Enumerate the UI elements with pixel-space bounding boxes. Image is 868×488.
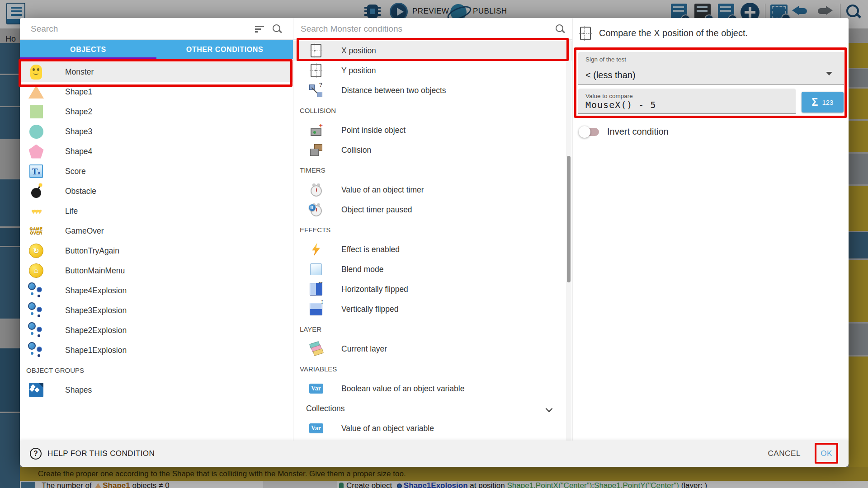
filter-icon[interactable] bbox=[255, 26, 264, 33]
condition-name: Collision bbox=[341, 145, 371, 155]
collision-icon bbox=[307, 140, 325, 160]
condition-section-header: COLLISION bbox=[293, 100, 572, 120]
object-name: Shape4Explosion bbox=[65, 286, 127, 296]
object-list-item[interactable]: Shape4Explosion bbox=[20, 281, 293, 300]
object-search-input[interactable] bbox=[31, 21, 230, 37]
condition-list-item[interactable]: ?Distance between two objects bbox=[293, 80, 572, 100]
object-group-icon bbox=[26, 380, 46, 400]
object-name: Life bbox=[65, 206, 78, 216]
invert-condition-toggle[interactable] bbox=[580, 128, 599, 136]
screen: PREVIEW PUBLISH + + + − Ho bbox=[0, 0, 868, 488]
chevron-down-icon bbox=[826, 72, 832, 75]
bomb-icon bbox=[26, 181, 46, 201]
condition-name: X position bbox=[341, 46, 376, 56]
object-list-item[interactable]: Shape3Explosion bbox=[20, 300, 293, 320]
y-position-icon bbox=[307, 61, 325, 80]
search-icon[interactable] bbox=[555, 24, 565, 34]
object-list-item[interactable]: Shape2Explosion bbox=[20, 320, 293, 340]
condition-section-header: LAYER bbox=[293, 319, 572, 339]
object-group-item[interactable]: Shapes bbox=[20, 380, 293, 400]
object-list-item[interactable]: Monster bbox=[20, 62, 293, 82]
condition-list-item[interactable]: VarValue of an object variable bbox=[293, 418, 572, 438]
ok-button[interactable]: OK bbox=[821, 441, 832, 467]
cancel-button[interactable]: CANCEL bbox=[768, 441, 801, 467]
condition-list-item[interactable]: ↕Vertically flipped bbox=[293, 299, 572, 319]
expression-editor-button[interactable]: Σ 123 bbox=[802, 92, 844, 113]
triangle-icon bbox=[26, 82, 46, 102]
tab-objects[interactable]: OBJECTS bbox=[20, 40, 156, 59]
pentagon-icon bbox=[26, 141, 46, 161]
condition-name: Value of an object variable bbox=[341, 424, 434, 433]
gameover-text-icon: GAMEOVER bbox=[26, 221, 46, 241]
text-object-icon: Tx bbox=[26, 161, 46, 181]
condition-list-item[interactable]: Blend mode bbox=[293, 259, 572, 279]
condition-list-item[interactable]: Collision bbox=[293, 140, 572, 160]
condition-list-item[interactable]: Current layer bbox=[293, 339, 572, 359]
circle-icon bbox=[26, 122, 46, 141]
condition-list-item[interactable]: Effect is enabled bbox=[293, 239, 572, 259]
condition-name: Current layer bbox=[341, 344, 387, 354]
condition-name: Value of an object timer bbox=[341, 185, 424, 195]
collections-expander[interactable]: Collections bbox=[293, 399, 572, 418]
particles-icon bbox=[26, 300, 46, 320]
object-name: Shape3 bbox=[65, 127, 92, 136]
invert-condition-label: Invert condition bbox=[607, 127, 669, 137]
condition-list-item[interactable]: Object timer paused bbox=[293, 200, 572, 220]
object-name: ButtonMainMenu bbox=[65, 266, 125, 276]
object-name: Shape1 bbox=[65, 87, 92, 97]
condition-name: Point inside object bbox=[341, 126, 406, 135]
object-list-item[interactable]: Shape1Explosion bbox=[20, 340, 293, 360]
condition-name: Vertically flipped bbox=[341, 305, 398, 314]
condition-name: Horizontally flipped bbox=[341, 285, 408, 294]
chooser-tabs: OBJECTS OTHER CONDITIONS bbox=[20, 40, 293, 59]
condition-list-item[interactable]: VarBoolean value of an object variable bbox=[293, 379, 572, 399]
tab-other-conditions[interactable]: OTHER CONDITIONS bbox=[156, 40, 293, 59]
condition-name: Effect is enabled bbox=[341, 245, 400, 254]
condition-list-item[interactable]: Y position bbox=[293, 61, 572, 80]
value-to-compare-field[interactable]: Value to compare MouseX() - 5 bbox=[578, 89, 796, 114]
condition-list-item[interactable]: Value of an object timer bbox=[293, 180, 572, 200]
condition-section-header: EFFECTS bbox=[293, 220, 572, 239]
object-list: MonsterShape1Shape2Shape3Shape4TxScoreOb… bbox=[20, 59, 293, 441]
retry-button-icon: ↻ bbox=[26, 241, 46, 261]
h-flip-icon: ↔ bbox=[307, 279, 325, 299]
search-icon[interactable] bbox=[272, 24, 282, 34]
condition-list-item[interactable]: X position bbox=[293, 41, 572, 61]
sign-of-test-select[interactable]: Sign of the test < (less than) bbox=[578, 52, 844, 85]
object-list-item[interactable]: ↻ButtonTryAgain bbox=[20, 241, 293, 261]
object-list-item[interactable]: TxScore bbox=[20, 161, 293, 181]
blend-mode-icon bbox=[307, 259, 325, 279]
dialog-footer: ? HELP FOR THIS CONDITION CANCEL OK bbox=[20, 441, 849, 467]
object-name: Shape4 bbox=[65, 147, 92, 156]
particles-icon bbox=[26, 340, 46, 360]
object-list-item[interactable]: Obstacle bbox=[20, 181, 293, 201]
condition-search-input[interactable] bbox=[301, 21, 536, 37]
point-inside-icon bbox=[307, 120, 325, 140]
object-list-item[interactable]: Shape2 bbox=[20, 102, 293, 122]
object-name: Shape2Explosion bbox=[65, 326, 127, 335]
object-name: Shape1Explosion bbox=[65, 346, 127, 355]
object-name: Score bbox=[65, 167, 86, 176]
group-name: Shapes bbox=[65, 385, 92, 395]
value-to-compare-value: MouseX() - 5 bbox=[585, 99, 656, 110]
particles-icon bbox=[26, 281, 46, 300]
condition-detail-panel: Compare the X position of the object. Si… bbox=[572, 18, 849, 441]
scrollbar-thumb[interactable] bbox=[567, 156, 571, 282]
object-list-item[interactable]: ⌂ButtonMainMenu bbox=[20, 261, 293, 281]
object-list-item[interactable]: ♥♥♥Life bbox=[20, 201, 293, 221]
condition-list-item[interactable]: Point inside object bbox=[293, 120, 572, 140]
object-search-row bbox=[20, 18, 293, 40]
sign-of-test-label: Sign of the test bbox=[585, 56, 626, 63]
toggle-knob[interactable] bbox=[579, 126, 590, 138]
object-list-item[interactable]: Shape3 bbox=[20, 122, 293, 141]
condition-name: Boolean value of an object variable bbox=[341, 384, 464, 394]
object-groups-section-header: OBJECT GROUPS bbox=[20, 360, 293, 380]
chevron-down-icon bbox=[546, 405, 553, 413]
object-list-item[interactable]: Shape4 bbox=[20, 141, 293, 161]
object-name: Shape3Explosion bbox=[65, 306, 127, 315]
object-list-item[interactable]: Shape1 bbox=[20, 82, 293, 102]
object-list-item[interactable]: GAMEOVERGameOver bbox=[20, 221, 293, 241]
condition-list-item[interactable]: ↔Horizontally flipped bbox=[293, 279, 572, 299]
object-name: ButtonTryAgain bbox=[65, 246, 119, 256]
help-for-condition-button[interactable]: ? HELP FOR THIS CONDITION bbox=[30, 441, 155, 467]
